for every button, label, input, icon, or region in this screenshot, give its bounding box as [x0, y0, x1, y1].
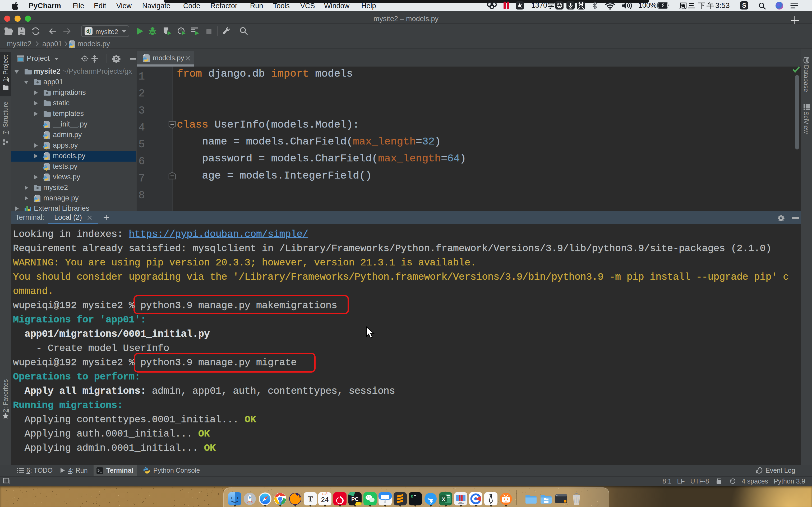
svg-text:X: X — [442, 496, 445, 502]
svg-text:PC: PC — [351, 496, 359, 502]
svg-text:$: $ — [411, 495, 413, 499]
